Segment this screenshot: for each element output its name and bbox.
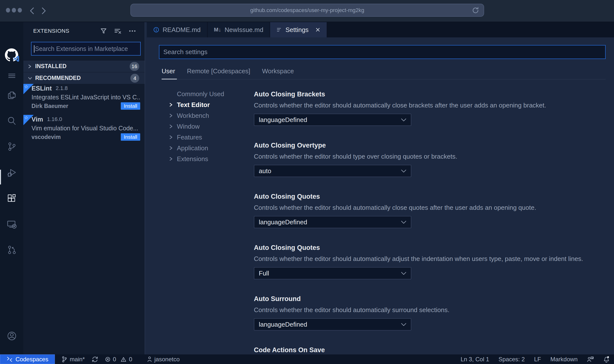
setting-auto-closing-overtype: Auto Closing Overtype Controls whether t… [254,142,604,177]
active-view-indicator [0,170,1,184]
section-label: RECOMMENDED [35,75,81,81]
remote-icon [7,357,13,362]
pull-request-icon[interactable] [5,243,19,257]
extension-name: Vim [31,116,43,123]
extension-version: 2.1.8 [56,85,68,91]
problems-status[interactable]: 0 0 [105,356,132,363]
editor-area: README.md M↓ NewIssue.md Settings [147,22,614,354]
tab-settings[interactable]: Settings [270,22,327,37]
language-status[interactable]: Markdown [550,356,578,363]
extension-description: Vim emulation for Visual Studio Code... [31,125,138,132]
debug-icon[interactable] [5,166,19,180]
back-button[interactable] [28,6,36,15]
info-icon [153,27,159,33]
extensions-search-input[interactable] [31,42,140,55]
setting-title: Auto Surround [254,295,604,303]
setting-dropdown[interactable]: Full [254,267,411,279]
tree-item-features[interactable]: Features [168,132,249,143]
setting-code-actions-on-save: Code Actions On Save [254,346,604,354]
extensions-search[interactable] [31,42,141,56]
tree-item-application[interactable]: Application [168,143,249,153]
bell-icon[interactable] [603,356,610,363]
tab-newissue[interactable]: M↓ NewIssue.md [208,22,270,37]
github-codespaces-logo[interactable] [5,48,19,62]
url-bar[interactable]: github.com/codespaces/user-my-project-mg… [130,4,484,17]
extension-item-eslint[interactable]: ☆ ESLint 2.1.8 Integrates ESLint JavaScr… [23,84,145,114]
eol-status[interactable]: LF [534,356,541,363]
scope-tab-workspace[interactable]: Workspace [262,67,294,75]
refresh-button[interactable] [472,7,479,14]
setting-dropdown[interactable]: languageDefined [254,318,411,331]
menu-icon[interactable] [5,69,19,83]
extensions-icon[interactable] [5,192,19,206]
settings-search-input[interactable] [159,46,605,59]
chevron-down-icon [401,169,406,173]
install-button[interactable]: Install [121,102,140,110]
browser-chrome: github.com/codespaces/user-my-project-mg… [0,0,614,22]
tree-item-extensions[interactable]: Extensions [168,153,249,164]
account-icon[interactable] [5,329,19,343]
feedback-icon[interactable] [587,356,594,363]
branch-label: main* [70,356,85,363]
warning-count: 0 [129,356,132,363]
setting-description: Controls whether the editor should autom… [254,306,604,314]
traffic-light-minimize[interactable] [12,8,16,13]
recommended-count-badge: 4 [130,74,139,83]
setting-title: Auto Closing Brackets [254,91,604,98]
extension-item-vim[interactable]: ☆ Vim 1.16.0 Vim emulation for Visual St… [23,115,145,145]
installed-count-badge: 16 [130,62,139,71]
scope-tab-remote[interactable]: Remote [Codespaces] [187,67,250,75]
tab-label: Settings [285,26,308,34]
indent-status[interactable]: Spaces: 2 [499,356,525,363]
tree-item-text-editor[interactable]: Text Editor [168,99,249,110]
text-caret [34,45,34,53]
extension-name: ESLint [31,85,52,92]
setting-description: Controls whether the editor should type … [254,153,604,160]
source-control-icon[interactable] [5,140,19,153]
section-recommended[interactable]: RECOMMENDED 4 [23,72,145,84]
scope-tab-user[interactable]: User [162,67,175,75]
more-actions-icon[interactable] [129,30,136,32]
settings-scope-tabs: User Remote [Codespaces] Workspace [162,67,294,75]
sync-button[interactable] [92,356,98,363]
user-status[interactable]: jasonetco [147,356,180,363]
tree-item-workbench[interactable]: Workbench [168,110,249,121]
scope-divider [162,79,606,79]
forward-button[interactable] [39,6,48,15]
install-button[interactable]: Install [121,133,140,141]
cursor-position[interactable]: Ln 3, Col 1 [460,356,489,363]
traffic-light-zoom[interactable] [18,8,22,13]
tree-item-commonly-used[interactable]: Commonly Used [168,89,249,99]
refresh-icon [472,7,479,14]
tab-readme[interactable]: README.md [147,22,208,37]
setting-description: Controls whether the editor should autom… [254,255,604,263]
sync-icon [92,356,98,363]
url-text: github.com/codespaces/user-my-project-mg… [250,7,364,14]
branch-icon [62,356,67,363]
explorer-icon[interactable] [5,89,19,102]
codespaces-label: Codespaces [15,356,48,363]
setting-dropdown[interactable]: languageDefined [254,114,411,126]
setting-dropdown[interactable]: languageDefined [254,216,411,228]
status-bar: Codespaces main* 0 0 [0,354,614,364]
filter-icon[interactable] [100,28,107,34]
setting-description: Controls whether the editor should autom… [254,204,604,212]
tree-item-window[interactable]: Window [168,121,249,132]
activity-bar [0,22,23,354]
codespaces-badge[interactable]: Codespaces [0,354,55,364]
section-installed[interactable]: INSTALLED 16 [23,60,145,72]
setting-title: Auto Closing Quotes [254,193,604,200]
settings-search[interactable] [159,45,606,59]
branch-status[interactable]: main* [62,356,85,363]
setting-auto-closing-brackets: Auto Closing Brackets Controls whether t… [254,91,604,126]
setting-dropdown[interactable]: auto [254,165,411,177]
close-icon[interactable] [315,27,320,32]
warning-icon [121,357,126,362]
remote-explorer-icon[interactable] [5,217,19,231]
extension-description: Integrates ESLint JavaScript into VS C..… [31,94,140,101]
clear-extensions-icon[interactable] [114,28,122,34]
search-icon[interactable] [5,114,19,128]
traffic-light-close[interactable] [6,8,10,13]
sidebar-header: EXTENSIONS [23,22,145,40]
dropdown-value: Full [259,270,269,277]
